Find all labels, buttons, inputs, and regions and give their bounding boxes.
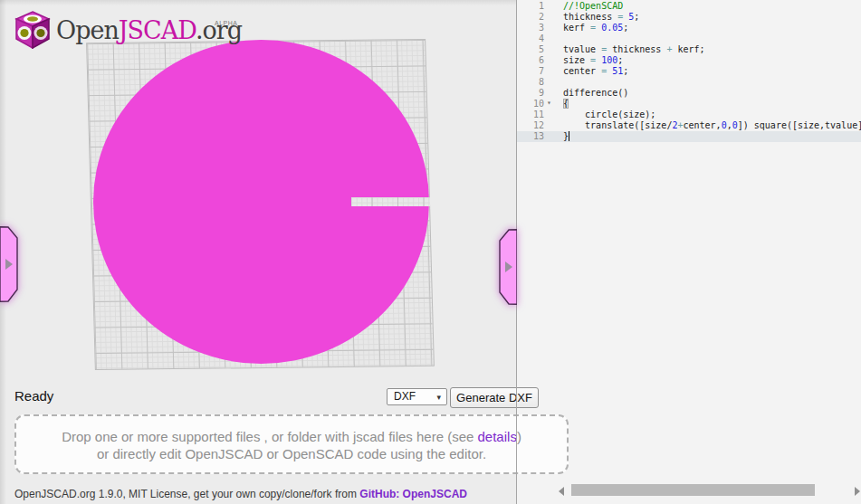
hscrollbar-thumb[interactable] [571, 484, 815, 496]
logo-jscad: JSCAD [119, 16, 196, 44]
line-number: 12 [517, 120, 563, 131]
code-token: 100 [601, 55, 617, 65]
code-token: tvalue [563, 44, 601, 54]
code-token: ; [623, 23, 628, 33]
code-line[interactable] [563, 33, 861, 44]
code-token: kerf; [677, 44, 704, 54]
fold-arrow-icon[interactable]: ▾ [547, 98, 551, 109]
rendered-slot-cutout [351, 197, 430, 206]
code-line[interactable]: { [563, 99, 861, 109]
github-link[interactable]: GitHub: OpenJSCAD [359, 488, 467, 500]
logo-open: Open [56, 16, 119, 44]
text-cursor [569, 131, 569, 141]
line-number: 2 [517, 12, 563, 23]
line-number: 4 [517, 33, 563, 44]
viewport-edge-shadow-top [0, 0, 516, 5]
code-line[interactable]: circle(size); [563, 109, 861, 120]
code-editor-panel[interactable]: 12345678910▾111213 //!OpenSCADthickness … [517, 0, 861, 504]
drop-zone-text: Drop one or more supported files , or fo… [62, 429, 477, 444]
code-token: ; [634, 12, 639, 22]
code-token: = [601, 44, 612, 54]
code-token: size [563, 55, 590, 65]
dropdown-arrow-icon: ▾ [436, 390, 441, 405]
editor-gutter: 12345678910▾111213 [517, 1, 563, 142]
code-token: = [590, 55, 601, 65]
code-line[interactable]: kerf = 0.05; [563, 23, 861, 33]
code-token: = [617, 12, 628, 22]
code-line[interactable]: size = 100; [563, 55, 861, 66]
code-line[interactable]: translate([size/2+center,0,0]) square([s… [563, 120, 861, 131]
generate-button[interactable]: Generate DXF [450, 387, 539, 408]
scroll-right-icon[interactable] [855, 487, 860, 496]
line-number: 1 [517, 1, 563, 12]
code-line[interactable]: thickness = 5; [563, 12, 861, 23]
export-format-value: DXF [394, 390, 416, 403]
code-token: difference() [563, 88, 628, 98]
code-line[interactable]: difference() [563, 88, 861, 99]
code-token: ]) square([size,tvalue]); [738, 120, 861, 130]
code-token: kerf [563, 23, 590, 33]
code-token: thickness [563, 12, 617, 22]
code-token: ; [617, 55, 623, 65]
line-number: 3 [517, 23, 563, 33]
line-number: 11 [517, 109, 563, 120]
drop-zone-text-suffix: ) [517, 429, 521, 444]
code-line[interactable]: //!OpenSCAD [563, 1, 861, 12]
app-logo[interactable]: OpenJSCAD.org [14, 11, 242, 49]
drop-zone-line1: Drop one or more supported files , or fo… [16, 428, 567, 445]
code-token: circle(size); [563, 109, 655, 119]
status-text: Ready [14, 388, 53, 404]
editor-code[interactable]: //!OpenSCADthickness = 5;kerf = 0.05;tva… [563, 1, 861, 142]
code-token: ; [623, 66, 628, 76]
footer: OpenJSCAD.org 1.9.0, MIT License, get yo… [14, 488, 467, 500]
code-token: thickness [612, 44, 666, 54]
line-number: 8 [517, 77, 563, 88]
file-drop-zone[interactable]: Drop one or more supported files , or fo… [14, 414, 569, 474]
right-panel-toggle-handle[interactable] [499, 229, 517, 305]
line-number: 6 [517, 55, 563, 66]
code-token: 51 [612, 66, 623, 76]
code-line[interactable] [563, 77, 861, 88]
line-number: 9 [517, 88, 563, 99]
logo-wordmark: OpenJSCAD.org [56, 13, 242, 49]
line-number: 7 [517, 66, 563, 77]
code-token: = [601, 66, 612, 76]
line-number: 5 [517, 44, 563, 55]
export-format-select[interactable]: DXF ▾ [387, 388, 447, 405]
code-line[interactable]: tvalue = thickness + kerf; [563, 44, 861, 55]
details-link[interactable]: details [478, 429, 517, 444]
code-token: center [563, 66, 601, 76]
code-token: { [563, 99, 569, 109]
cube-logo-icon [14, 11, 51, 49]
drop-zone-line2: or directly edit OpenJSCAD or OpenSCAD c… [16, 445, 567, 462]
alpha-badge: ALPHA [215, 20, 237, 26]
code-token: //!OpenSCAD [563, 1, 623, 11]
code-token: translate([size/ [563, 120, 672, 130]
scroll-left-icon[interactable] [559, 487, 564, 496]
line-number: 13 [517, 131, 563, 142]
code-token: 0.05 [601, 23, 623, 33]
code-token: center, [683, 120, 721, 130]
footer-text: OpenJSCAD.org 1.9.0, MIT License, get yo… [14, 488, 359, 500]
code-token: + [666, 44, 677, 54]
openjscad-app: 12345678910▾111213 //!OpenSCADthickness … [0, 0, 861, 504]
code-token: = [590, 23, 601, 33]
code-line[interactable]: } [563, 131, 861, 142]
line-number: 10▾ [517, 99, 563, 109]
code-line[interactable]: center = 51; [563, 66, 861, 77]
left-panel-toggle-handle[interactable] [0, 226, 18, 302]
